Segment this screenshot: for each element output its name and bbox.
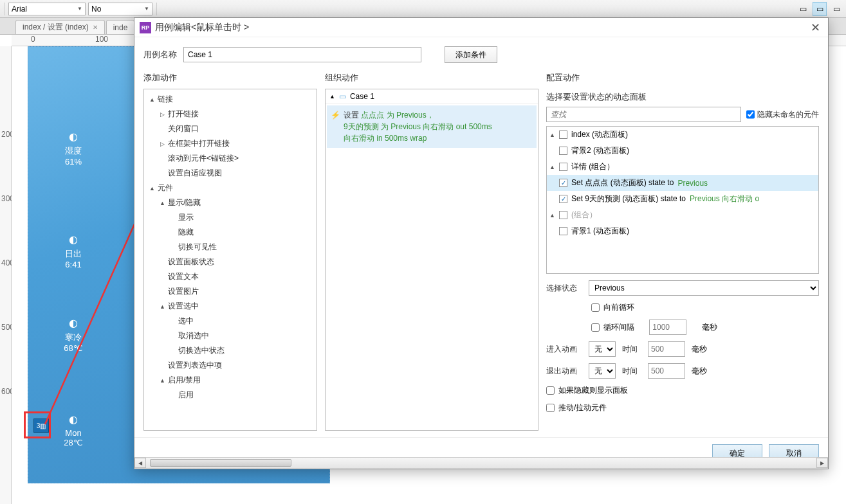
tab-label: index / 设置 (index): [23, 22, 89, 33]
panel-tree-row[interactable]: ▲index (动态面板): [547, 127, 818, 143]
case-name-label: 用例名称: [143, 49, 177, 60]
case-editor-dialog: RP 用例编辑<鼠标单击时 > ✕ 用例名称 添加条件 添加动作 ▲链接▷打开链…: [134, 17, 829, 469]
dialog-titlebar: RP 用例编辑<鼠标单击时 > ✕: [134, 18, 828, 37]
action-tree-item[interactable]: 设置文本: [144, 269, 317, 284]
config-subtitle: 选择要设置状态的动态面板: [546, 89, 819, 107]
triangle-icon: ▲: [149, 185, 155, 192]
action-tree-item[interactable]: ▷在框架中打开链接: [144, 136, 317, 151]
triangle-icon: ▲: [549, 212, 555, 219]
card-monday: ◐Mon28℃: [48, 413, 99, 447]
panel-tree-row[interactable]: 背景2 (动态面板): [547, 143, 818, 159]
action-tree-item[interactable]: 隐藏: [144, 225, 317, 240]
card-sunrise: ◐日出6:41: [48, 233, 99, 269]
triangle-icon: ▲: [549, 132, 555, 138]
action-item[interactable]: ⚡ 设置 点点点 为 Previous， 9天的预测 为 Previous 向右…: [327, 105, 537, 148]
anim-out-time-input[interactable]: [648, 363, 685, 379]
triangle-icon: ▲: [160, 377, 165, 384]
action-tree-item[interactable]: ▲链接: [144, 92, 317, 107]
style-combo[interactable]: No▼: [88, 3, 152, 15]
action-tree-item[interactable]: 设置面板状态: [144, 255, 317, 269]
action-tree-item[interactable]: 设置图片: [144, 284, 317, 299]
action-tree-item[interactable]: 设置列表选中项: [144, 358, 317, 373]
case-header[interactable]: ▲ ▭ Case 1: [326, 89, 538, 104]
anim-in-label: 进入动画: [546, 344, 582, 355]
checkbox-icon[interactable]: [559, 147, 567, 155]
main-toolbar: Arial▼ No▼ ▭ ▭ ▭: [0, 0, 846, 18]
action-tree-item[interactable]: ▲启用/禁用: [144, 373, 317, 388]
organize-action-column: 组织动作 ▲ ▭ Case 1 ⚡ 设置 点点点 为 Previous， 9天的…: [325, 68, 538, 431]
case-icon: ▭: [339, 92, 346, 101]
checkbox-icon[interactable]: [559, 211, 567, 219]
tab-index[interactable]: inde: [106, 20, 135, 34]
loop-interval-checkbox[interactable]: 循环间隔: [591, 322, 634, 333]
font-label: Arial: [12, 4, 27, 14]
anim-in-time-input[interactable]: [648, 341, 685, 357]
actions-tree-panel: ▲链接▷打开链接关闭窗口▷在框架中打开链接滚动到元件<锚链接>设置自适应视图▲元…: [143, 89, 317, 431]
action-tree-item[interactable]: 切换可见性: [144, 240, 317, 255]
checkbox-icon[interactable]: [559, 130, 567, 139]
action-tree-item[interactable]: 切换选中状态: [144, 343, 317, 358]
action-tree-item[interactable]: 取消选中: [144, 328, 317, 343]
column-title: 添加动作: [143, 68, 317, 89]
panel-tree-row[interactable]: ✓Set 点点点 (动态面板) state to Previous: [547, 175, 818, 191]
align-button-2[interactable]: ▭: [813, 2, 827, 16]
checkbox-icon[interactable]: ✓: [559, 179, 567, 187]
state-select[interactable]: Previous: [589, 280, 819, 296]
triangle-icon: ▲: [329, 93, 335, 100]
column-title: 组织动作: [325, 68, 538, 89]
triangle-icon: ▲: [149, 96, 155, 103]
loop-forward-checkbox[interactable]: 向前循环: [591, 302, 634, 313]
card-humidity: ◐湿度61%: [48, 130, 99, 166]
anim-out-select[interactable]: 无: [589, 363, 616, 379]
case-label: Case 1: [350, 92, 374, 101]
add-action-column: 添加动作 ▲链接▷打开链接关闭窗口▷在框架中打开链接滚动到元件<锚链接>设置自适…: [143, 68, 317, 431]
checkbox-icon[interactable]: ✓: [559, 195, 567, 203]
action-tree-item[interactable]: ▲设置选中: [144, 299, 317, 314]
push-pull-checkbox[interactable]: 推动/拉动元件: [546, 402, 607, 413]
action-tree-item[interactable]: ▷打开链接: [144, 107, 317, 122]
panel-tree-row[interactable]: 背景1 (动态面板): [547, 223, 818, 239]
close-icon[interactable]: ✕: [93, 24, 98, 31]
interval-input[interactable]: [649, 320, 686, 335]
annotation-box: [24, 411, 51, 438]
action-tree-item[interactable]: 显示: [144, 210, 317, 225]
action-tree-item[interactable]: 选中: [144, 314, 317, 328]
panel-tree: ▲index (动态面板)背景2 (动态面板)▲详情 (组合）✓Set 点点点 …: [546, 126, 819, 274]
organize-panel: ▲ ▭ Case 1 ⚡ 设置 点点点 为 Previous， 9天的预测 为 …: [325, 89, 538, 431]
tab-index-settings[interactable]: index / 设置 (index)✕: [15, 20, 105, 34]
case-name-input[interactable]: [183, 47, 421, 62]
lightning-icon: ⚡: [331, 109, 340, 121]
hide-unnamed-checkbox[interactable]: 隐藏未命名的元件: [746, 107, 819, 122]
align-button[interactable]: ▭: [796, 2, 810, 16]
action-tree-item[interactable]: ▲元件: [144, 181, 317, 195]
checkbox-icon[interactable]: [559, 227, 567, 235]
time-label: 时间: [622, 366, 641, 377]
action-tree-item[interactable]: 设置自适应视图: [144, 166, 317, 181]
moon-icon: ◐: [48, 413, 99, 426]
add-condition-button[interactable]: 添加条件: [445, 46, 497, 63]
triangle-icon: ▲: [160, 200, 165, 206]
chevron-down-icon: ▼: [77, 6, 82, 12]
dialog-title: 用例编辑<鼠标单击时 >: [155, 22, 249, 33]
panel-tree-row[interactable]: ✓Set 9天的预测 (动态面板) state to Previous 向右滑动…: [547, 191, 818, 207]
panel-tree-row[interactable]: ▲(组合）: [547, 207, 818, 223]
card-cold: ◐寒冷68℃: [48, 317, 99, 353]
column-title: 配置动作: [546, 68, 819, 89]
anim-in-select[interactable]: 无: [589, 341, 616, 357]
close-button[interactable]: ✕: [808, 21, 823, 35]
align-button-3[interactable]: ▭: [829, 2, 843, 16]
ruler-vertical: 200 300 400 500 600: [0, 46, 12, 504]
anim-out-label: 退出动画: [546, 366, 582, 377]
panel-tree-row[interactable]: ▲详情 (组合）: [547, 159, 818, 175]
action-tree-item[interactable]: 关闭窗口: [144, 122, 317, 136]
app-icon: RP: [140, 22, 151, 33]
action-tree-item[interactable]: 滚动到元件<锚链接>: [144, 151, 317, 166]
show-if-hidden-checkbox[interactable]: 如果隐藏则显示面板: [546, 385, 628, 396]
time-label: 时间: [622, 344, 641, 355]
action-tree-item[interactable]: ▲显示/隐藏: [144, 195, 317, 210]
action-tree-item[interactable]: 启用: [144, 388, 317, 402]
state-label: 选择状态: [546, 283, 582, 294]
search-input[interactable]: [546, 107, 741, 122]
checkbox-icon[interactable]: [559, 163, 567, 171]
font-combo[interactable]: Arial▼: [8, 3, 86, 15]
